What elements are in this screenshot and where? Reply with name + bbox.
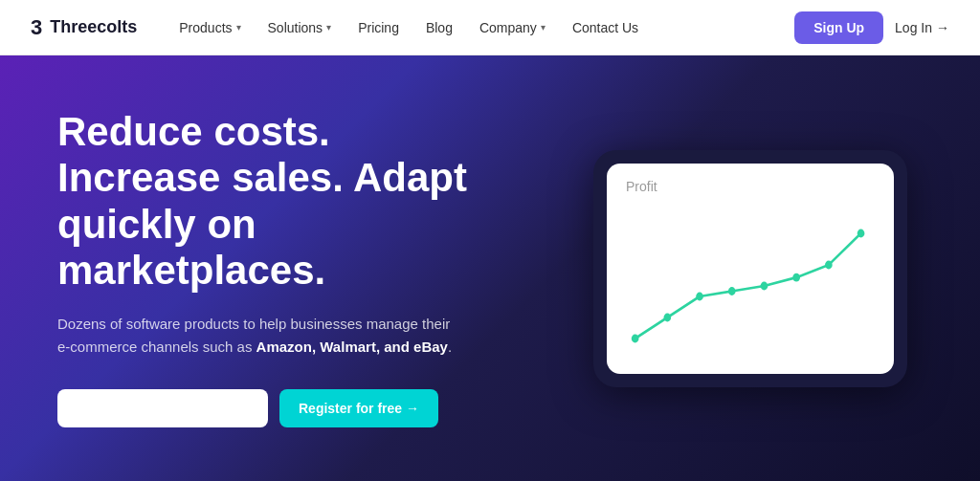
hero-right: Profit [593,150,907,387]
nav-label-company: Company [479,20,537,35]
svg-point-7 [858,229,865,237]
hero-subtext: Dozens of software products to help busi… [57,313,459,359]
login-arrow: → [936,20,949,35]
nav-item-blog[interactable]: Blog [414,12,464,43]
nav-label-solutions: Solutions [268,20,323,35]
hero-left: Reduce costs.Increase sales. Adaptquickl… [57,109,555,427]
login-label: Log In [895,20,932,35]
nav-item-products[interactable]: Products ▾ [167,12,252,43]
nav-label-pricing: Pricing [358,20,399,35]
hero-section: Reduce costs.Increase sales. Adaptquickl… [0,55,980,481]
nav-actions: Sign Up Log In → [794,11,949,44]
svg-point-3 [728,287,736,295]
chart-card-outer: Profit [593,150,907,387]
svg-point-4 [761,281,768,290]
svg-point-2 [696,292,703,300]
navbar: 3 Threecolts Products ▾ Solutions ▾ Pric… [0,0,980,55]
signup-button[interactable]: Sign Up [794,11,883,44]
nav-item-pricing[interactable]: Pricing [346,12,411,43]
nav-links: Products ▾ Solutions ▾ Pricing Blog Comp… [167,12,794,43]
chevron-down-icon: ▾ [236,22,241,33]
logo-icon: 3 [31,15,42,40]
nav-item-company[interactable]: Company ▾ [468,12,557,43]
nav-item-contact[interactable]: Contact Us [561,12,650,43]
login-button[interactable]: Log In → [895,20,949,35]
logo-text: Threecolts [50,17,137,37]
hero-cta: Register for free → [57,389,555,427]
logo-link[interactable]: 3 Threecolts [31,15,137,40]
svg-point-0 [632,334,639,342]
chart-card-inner: Profit [607,164,894,374]
nav-label-blog: Blog [426,20,453,35]
svg-point-6 [825,260,833,269]
nav-label-contact: Contact Us [572,20,638,35]
profit-chart [626,202,875,360]
svg-point-5 [792,273,800,281]
svg-point-1 [663,313,671,321]
nav-item-solutions[interactable]: Solutions ▾ [256,12,344,43]
chevron-down-icon: ▾ [326,22,331,33]
hero-headline: Reduce costs.Increase sales. Adaptquickl… [57,109,555,294]
register-button[interactable]: Register for free → [279,389,438,427]
email-input[interactable] [57,389,268,427]
hero-subtext-end: . [448,339,452,355]
hero-subtext-bold: Amazon, Walmart, and eBay [256,339,448,355]
chart-title: Profit [626,179,875,194]
nav-label-products: Products [179,20,232,35]
chevron-down-icon: ▾ [541,22,546,33]
